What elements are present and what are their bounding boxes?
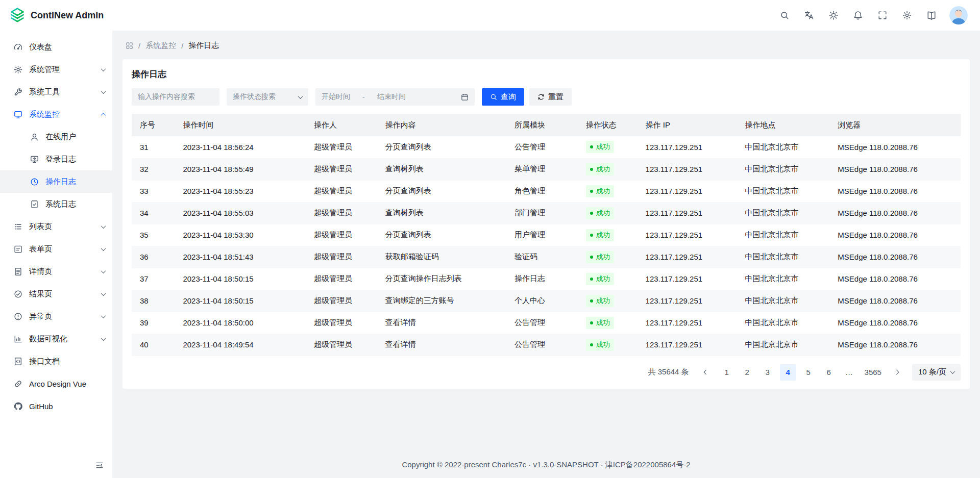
col-header-content: 操作内容	[377, 114, 506, 136]
sidebar-item-online-users[interactable]: 在线用户	[0, 125, 112, 148]
collapse-sidebar-button[interactable]	[93, 459, 106, 472]
page-ellipsis[interactable]: …	[841, 364, 857, 381]
status-badge: 成功	[586, 251, 614, 263]
chevron-down-icon	[298, 94, 303, 99]
user-avatar[interactable]	[949, 6, 968, 24]
col-header-status: 操作状态	[578, 114, 638, 136]
sidebar-item-detail-page[interactable]: 详情页	[0, 260, 112, 283]
table-row: 39 2023-11-04 18:50:00 超级管理员 查看详情 公告管理 成…	[132, 312, 961, 334]
table-row: 40 2023-11-04 18:49:54 超级管理员 查看详情 公告管理 成…	[132, 334, 961, 356]
cell-no: 39	[132, 312, 175, 334]
query-button[interactable]: 查询	[482, 88, 524, 106]
cell-location: 中国北京北京市	[737, 312, 829, 334]
table-row: 37 2023-11-04 18:50:15 超级管理员 分页查询操作日志列表 …	[132, 268, 961, 290]
status-select-placeholder: 操作状态搜索	[233, 92, 276, 102]
status-dot-icon	[590, 168, 593, 171]
chevron-down-icon	[102, 292, 105, 296]
table-row: 35 2023-11-04 18:53:30 超级管理员 分页查询列表 用户管理…	[132, 224, 961, 246]
page-size-select[interactable]: 10 条/页	[912, 364, 961, 381]
docs-button[interactable]	[922, 6, 941, 25]
cell-ip: 123.117.129.251	[638, 334, 737, 356]
cell-status: 成功	[578, 246, 638, 268]
table-row: 38 2023-11-04 18:50:15 超级管理员 查询绑定的三方账号 个…	[132, 290, 961, 312]
page-button-2[interactable]: 2	[739, 364, 755, 381]
fullscreen-icon	[878, 11, 887, 20]
sidebar-item-data-visualization[interactable]: 数据可视化	[0, 328, 112, 350]
topbar: ContiNew Admin	[0, 0, 980, 31]
cell-browser: MSEdge 118.0.2088.76	[829, 268, 961, 290]
cell-user: 超级管理员	[306, 158, 377, 180]
breadcrumb-item-system-monitor[interactable]: 系统监控	[145, 41, 176, 51]
cell-ip: 123.117.129.251	[638, 268, 737, 290]
page-button-5[interactable]: 5	[800, 364, 817, 381]
translate-icon	[804, 11, 814, 20]
sidebar-item-login-log[interactable]: 登录日志	[0, 148, 112, 170]
sidebar-item-result-page[interactable]: 结果页	[0, 283, 112, 305]
sidebar-item-dashboard[interactable]: 仪表盘	[0, 36, 112, 58]
status-dot-icon	[590, 278, 593, 281]
settings-button[interactable]	[897, 6, 917, 25]
cell-status: 成功	[578, 290, 638, 312]
sidebar-item-system-management[interactable]: 系统管理	[0, 58, 112, 81]
sidebar-item-arco-design-vue[interactable]: Arco Design Vue	[0, 372, 112, 395]
status-select[interactable]: 操作状态搜索	[227, 88, 308, 106]
sidebar-item-system-monitor[interactable]: 系统监控	[0, 103, 112, 125]
breadcrumb-separator: /	[138, 41, 140, 50]
sidebar-item-github[interactable]: GitHub	[0, 395, 112, 417]
cell-no: 40	[132, 334, 175, 356]
cell-browser: MSEdge 118.0.2088.76	[829, 312, 961, 334]
cell-user: 超级管理员	[306, 224, 377, 246]
date-range-picker[interactable]: 开始时间 - 结束时间	[315, 88, 475, 106]
end-time-placeholder: 结束时间	[377, 92, 406, 102]
theme-toggle-button[interactable]	[824, 6, 843, 25]
sidebar-item-system-tools[interactable]: 系统工具	[0, 81, 112, 103]
sidebar-item-system-log[interactable]: 系统日志	[0, 193, 112, 215]
col-header-time: 操作时间	[175, 114, 306, 136]
search-button[interactable]	[775, 6, 794, 25]
page-button-last[interactable]: 3565	[862, 364, 885, 381]
cell-location: 中国北京北京市	[737, 136, 829, 158]
cell-content: 分页查询列表	[377, 136, 506, 158]
system-log-icon	[30, 199, 39, 209]
cell-browser: MSEdge 118.0.2088.76	[829, 290, 961, 312]
table-header-row: 序号 操作时间 操作人 操作内容 所属模块 操作状态 操作 IP 操作地点 浏览…	[132, 114, 961, 136]
cell-location: 中国北京北京市	[737, 290, 829, 312]
app-logo-icon	[9, 7, 26, 23]
cell-location: 中国北京北京市	[737, 202, 829, 224]
tools-icon	[13, 87, 22, 96]
brand: ContiNew Admin	[9, 7, 104, 23]
sidebar-item-operation-log[interactable]: 操作日志	[0, 170, 112, 193]
search-icon	[490, 93, 497, 100]
cell-module: 公告管理	[506, 136, 578, 158]
sidebar-item-api-docs[interactable]: 接口文档	[0, 350, 112, 372]
next-page-button[interactable]	[889, 364, 905, 381]
sidebar-item-exception-page[interactable]: 异常页	[0, 305, 112, 328]
exception-icon	[13, 312, 22, 321]
gear-icon	[13, 65, 22, 74]
content-search-input[interactable]: 输入操作内容搜索	[132, 88, 219, 106]
sidebar-item-form-page[interactable]: 表单页	[0, 238, 112, 260]
cell-content: 分页查询列表	[377, 224, 506, 246]
page-button-4-active[interactable]: 4	[780, 364, 796, 381]
cell-module: 公告管理	[506, 334, 578, 356]
cell-content: 分页查询列表	[377, 180, 506, 202]
prev-page-button[interactable]	[698, 364, 715, 381]
fullscreen-button[interactable]	[873, 6, 892, 25]
cell-content: 查看详情	[377, 334, 506, 356]
page-button-3[interactable]: 3	[760, 364, 776, 381]
chevron-left-icon	[704, 370, 709, 375]
topbar-actions	[775, 6, 968, 25]
page-button-6[interactable]: 6	[821, 364, 837, 381]
sidebar-item-list-page[interactable]: 列表页	[0, 215, 112, 238]
chevron-down-icon	[102, 68, 105, 71]
chevron-down-icon	[102, 90, 105, 94]
apps-icon	[126, 42, 133, 49]
status-badge: 成功	[586, 141, 614, 153]
notifications-button[interactable]	[848, 6, 868, 25]
table-body: 31 2023-11-04 18:56:24 超级管理员 分页查询列表 公告管理…	[132, 136, 961, 356]
reset-button[interactable]: 重置	[529, 88, 572, 106]
page-button-1[interactable]: 1	[719, 364, 735, 381]
cell-ip: 123.117.129.251	[638, 312, 737, 334]
translate-button[interactable]	[799, 6, 819, 25]
cell-time: 2023-11-04 18:55:23	[175, 180, 306, 202]
